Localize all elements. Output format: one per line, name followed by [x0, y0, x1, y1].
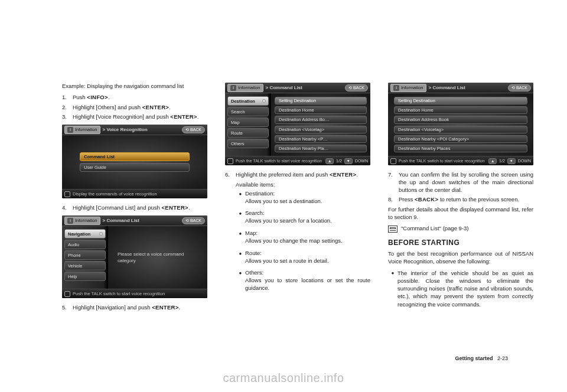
step-7: 7. You can confirm the list by scrolling…: [388, 171, 533, 194]
screenshot-body: Destination Search Map Route Others Sett…: [225, 93, 370, 156]
footer-hint: Push the TALK switch to start voice reco…: [399, 159, 485, 163]
screenshot-header: iInformation > Voice Recognition ⟲BACK: [62, 125, 207, 135]
step-text: You can confirm the list by scrolling th…: [399, 171, 533, 194]
up-arrow: ▲: [488, 158, 497, 164]
column-1: Example: Displaying the navigation comma…: [62, 83, 207, 314]
sidebar-item-audio: Audio: [64, 240, 106, 249]
step-text: Push: [73, 94, 87, 100]
hardware-button-ref: <ENTER>: [142, 104, 169, 110]
cross-reference: "Command List" (page 9-3): [388, 225, 533, 233]
step-number: 7.: [388, 171, 399, 194]
step-text: .: [108, 94, 110, 100]
up-arrow: ▲: [325, 158, 334, 164]
screenshot-header: iInformation > Command List ⟲BACK: [62, 215, 207, 226]
step-text: .: [188, 204, 190, 211]
command-list-area: Setting Destination Destination Home Des…: [271, 93, 370, 156]
screenshot-footer: Push the TALK switch to start voice reco…: [62, 289, 207, 298]
back-pill: ⟲BACK: [345, 84, 368, 92]
step-number: 4.: [62, 204, 73, 212]
message-area: Please select a voice command category: [108, 226, 207, 289]
down-arrow: ▼: [344, 158, 353, 164]
step-number: 6.: [225, 171, 236, 179]
speaker-icon: [64, 291, 70, 297]
screenshot-header: iInformation > Command List ⟲BACK: [388, 83, 533, 93]
screenshot-body: Navigation Audio Phone Vehicle Help Plea…: [62, 226, 207, 289]
info-chip: iInformation: [390, 84, 426, 92]
column-layout: Example: Displaying the navigation comma…: [62, 83, 511, 314]
back-pill: ⟲BACK: [182, 217, 205, 224]
command-item: Destination Address Book: [394, 116, 527, 123]
item-title: Route:: [245, 250, 370, 257]
paragraph: To get the best recognition performance …: [388, 250, 533, 266]
screenshot-body: Command List User Guide: [62, 135, 207, 189]
step-text: .: [356, 171, 358, 178]
command-item: Destination <Voicetag>: [275, 126, 367, 133]
step-6: 6. Highlight the preferred item and push…: [225, 171, 370, 179]
screenshot-destination-commands-expanded: iInformation > Command List ⟲BACK Settin…: [388, 83, 533, 165]
command-item: Destination Nearby Places: [394, 145, 527, 152]
screenshot-voice-recognition: iInformation > Voice Recognition ⟲BACK C…: [62, 125, 207, 198]
step-number: 2.: [62, 104, 73, 112]
screenshot-footer: Display the commands of voice recognitio…: [62, 189, 207, 198]
footer-hint: Push the TALK switch to start voice reco…: [73, 291, 165, 296]
breadcrumb: > Command List: [266, 85, 302, 90]
footer-hint: Push the TALK switch to start voice reco…: [236, 159, 322, 163]
item-desc: Allows you to set a destination.: [245, 198, 370, 205]
footer-section: Getting started: [455, 355, 493, 361]
sidebar-item-destination: Destination: [227, 96, 269, 106]
speaker-icon: [64, 191, 70, 197]
reference-text: "Command List" (page 9-3): [401, 225, 468, 231]
screenshot-body: Setting Destination Destination Home Des…: [388, 93, 533, 156]
column-3: iInformation > Command List ⟲BACK Settin…: [388, 83, 533, 314]
step-text: Press: [399, 196, 415, 202]
command-item: Destination Address Bo…: [275, 116, 367, 123]
item-title: Others:: [245, 269, 370, 277]
menu-item-user-guide: User Guide: [80, 163, 190, 172]
step-number: 5.: [62, 304, 73, 312]
step-2: 2. Highlight [Others] and push <ENTER>.: [62, 104, 207, 112]
reference-icon: [388, 226, 397, 233]
command-item: Setting Destination: [275, 97, 367, 104]
hardware-button-ref: <ENTER>: [170, 113, 197, 120]
speaker-icon: [390, 158, 396, 164]
available-items-label: Available items:: [225, 181, 370, 188]
screenshot-destination-commands: iInformation > Command List ⟲BACK Destin…: [225, 83, 370, 165]
item-title: Search:: [245, 210, 370, 217]
category-sidebar: Destination Search Map Route Others: [225, 93, 271, 156]
command-item: Destination Home: [275, 106, 367, 114]
hardware-button-ref: <ENTER>: [152, 304, 178, 311]
step-text: Highlight [Voice Recognition] and push: [73, 113, 170, 120]
step-number: 1.: [62, 94, 73, 102]
step-5: 5. Highlight [Navigation] and push <ENTE…: [62, 304, 207, 312]
item-title: Destination:: [245, 190, 370, 198]
screenshot-footer: Push the TALK switch to start voice reco…: [225, 156, 370, 165]
section-heading-before-starting: BEFORE STARTING: [388, 239, 533, 247]
sidebar-item-others: Others: [227, 139, 269, 148]
command-item: Destination Nearby <P…: [275, 135, 367, 143]
sidebar-item-search: Search: [227, 107, 269, 116]
footer-page-number: 2-23: [497, 355, 508, 361]
sidebar-item-phone: Phone: [64, 250, 106, 260]
column-2: iInformation > Command List ⟲BACK Destin…: [225, 83, 370, 314]
command-item: Setting Destination: [394, 97, 527, 104]
step-text: .: [169, 104, 171, 110]
step-text: Highlight [Others] and push: [73, 104, 142, 110]
page-indicator: 1/2: [499, 159, 505, 163]
step-8: 8. Press <BACK> to return to the previou…: [388, 196, 533, 204]
step-1: 1. Push <INFO>.: [62, 94, 207, 102]
step-4: 4. Highlight [Command List] and push <EN…: [62, 204, 207, 212]
manual-page: Example: Displaying the navigation comma…: [0, 0, 567, 392]
down-label: DOWN: [518, 159, 531, 163]
hardware-button-ref: <ENTER>: [162, 204, 188, 211]
item-desc: Allows you to search for a location.: [245, 217, 370, 225]
page-footer: Getting started 2-23: [455, 355, 508, 361]
watermark: carmanualsonline.info: [0, 371, 567, 385]
down-arrow: ▼: [507, 158, 516, 164]
bullet-route: ● Route: Allows you to set a route in de…: [236, 250, 370, 269]
menu-item-command-list: Command List: [80, 152, 190, 161]
command-item: Destination <Voicetag>: [394, 126, 527, 133]
step-text: Highlight [Navigation] and push: [73, 304, 152, 311]
item-desc: Allows you to set a route in detail.: [245, 257, 370, 265]
item-desc: Allows you to change the map settings.: [245, 237, 370, 245]
item-title: Map:: [245, 230, 370, 237]
